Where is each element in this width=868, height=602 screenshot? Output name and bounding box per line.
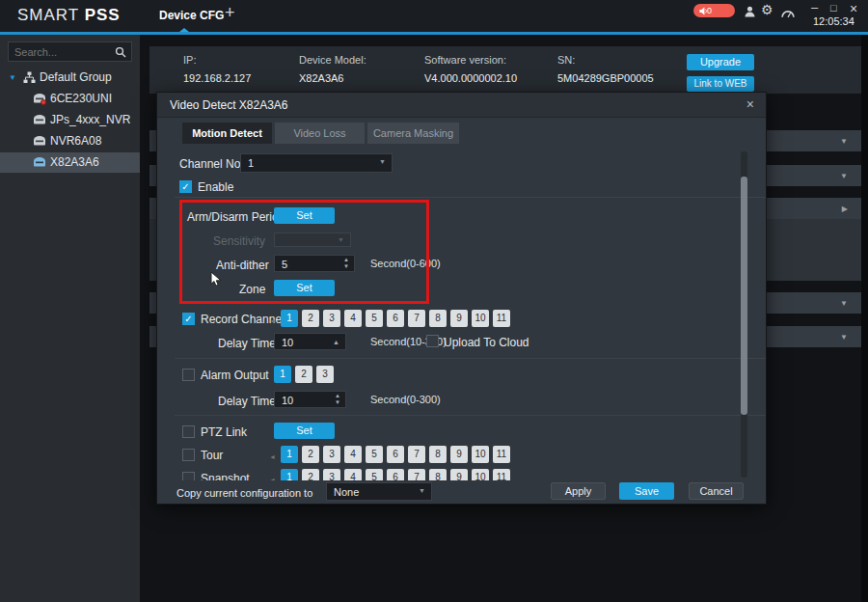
tree-device-nvr6a08[interactable]: NVR6A08 bbox=[0, 131, 140, 151]
device-label[interactable]: 6CE230UNI bbox=[50, 92, 112, 105]
ip-value: 192.168.2.127 bbox=[183, 72, 251, 84]
channel-button-6[interactable]: 6 bbox=[387, 469, 404, 480]
spinner-down-icon[interactable]: ▼ bbox=[335, 399, 340, 406]
channel-button-2[interactable]: 2 bbox=[302, 446, 319, 463]
dialog-scrollbar-thumb[interactable] bbox=[741, 177, 747, 415]
alarm-output-checkbox[interactable] bbox=[182, 369, 195, 381]
mouse-cursor bbox=[210, 271, 222, 291]
apply-button[interactable]: Apply bbox=[551, 482, 606, 500]
channel-button-3[interactable]: 3 bbox=[323, 469, 340, 480]
device-label[interactable]: X82A3A6 bbox=[50, 155, 99, 169]
channel-button-4[interactable]: 4 bbox=[344, 469, 362, 480]
search-icon[interactable] bbox=[115, 46, 126, 58]
device-label[interactable]: NVR6A08 bbox=[50, 134, 101, 148]
alert-badge bbox=[41, 99, 46, 105]
chevron-down-icon: ▼ bbox=[840, 333, 848, 342]
window-close-button[interactable]: × bbox=[850, 1, 857, 16]
channel-button-7[interactable]: 7 bbox=[408, 469, 425, 480]
channel-button-3[interactable]: 3 bbox=[323, 310, 340, 327]
maximize-button[interactable]: □ bbox=[830, 2, 837, 14]
channel-button-6[interactable]: 6 bbox=[387, 446, 404, 463]
channel-button-4[interactable]: 4 bbox=[344, 310, 362, 327]
spinner-up-icon[interactable]: ▲ bbox=[335, 393, 340, 399]
chevron-down-icon[interactable]: ▼ bbox=[9, 73, 16, 82]
record-delay-stepper[interactable]: 10 ▲ bbox=[274, 333, 346, 350]
scroll-left-icon[interactable]: ◄ bbox=[269, 477, 276, 480]
channel-button-5[interactable]: 5 bbox=[366, 310, 383, 327]
search-input[interactable] bbox=[14, 43, 111, 60]
channel-button-1[interactable]: 1 bbox=[281, 310, 298, 327]
snapshot-checkbox[interactable] bbox=[182, 472, 195, 480]
tree-group-default[interactable]: ▼ Default Group bbox=[0, 68, 140, 88]
minimize-button[interactable]: – bbox=[811, 0, 818, 14]
upgrade-button[interactable]: Upgrade bbox=[687, 54, 754, 70]
link-to-web-button[interactable]: Link to WEB bbox=[687, 76, 754, 92]
chevron-down-icon: ▼ bbox=[419, 487, 425, 494]
alarm-delay-stepper[interactable]: 10 ▲▼ bbox=[274, 391, 346, 408]
record-channel-checkbox[interactable]: ✓ bbox=[182, 313, 195, 325]
chevron-down-icon: ▼ bbox=[840, 299, 848, 308]
alarm-delay-value: 10 bbox=[282, 395, 293, 406]
cancel-button[interactable]: Cancel bbox=[689, 482, 744, 500]
channel-button-8[interactable]: 8 bbox=[429, 310, 447, 327]
alarm-output-buttons: 123 bbox=[274, 366, 334, 383]
search-box[interactable] bbox=[8, 41, 132, 62]
channel-button-7[interactable]: 7 bbox=[408, 310, 425, 327]
channel-button-1[interactable]: 1 bbox=[281, 469, 298, 480]
device-label[interactable]: JPs_4xxx_NVR bbox=[50, 113, 130, 126]
channel-button-3[interactable]: 3 bbox=[316, 366, 334, 383]
ptz-link-checkbox[interactable] bbox=[182, 425, 195, 438]
channel-button-11[interactable]: 11 bbox=[493, 469, 510, 480]
tab-video-loss[interactable]: Video Loss bbox=[275, 123, 365, 144]
channel-button-10[interactable]: 10 bbox=[472, 446, 489, 463]
tour-checkbox[interactable] bbox=[182, 449, 195, 461]
channel-button-10[interactable]: 10 bbox=[472, 310, 489, 327]
enable-checkbox[interactable]: ✓ bbox=[179, 180, 192, 193]
channel-button-9[interactable]: 9 bbox=[450, 310, 468, 327]
channel-button-7[interactable]: 7 bbox=[408, 446, 425, 463]
gear-icon[interactable]: ⚙ bbox=[761, 2, 773, 17]
group-label[interactable]: Default Group bbox=[40, 70, 112, 84]
channel-button-2[interactable]: 2 bbox=[302, 469, 319, 480]
channel-button-3[interactable]: 3 bbox=[323, 446, 340, 463]
copy-config-select[interactable]: None ▼ bbox=[326, 482, 432, 501]
dialog-close-button[interactable]: × bbox=[746, 96, 754, 112]
channel-button-2[interactable]: 2 bbox=[302, 310, 319, 327]
model-label: Device Model: bbox=[299, 54, 366, 66]
chevron-down-icon: ▼ bbox=[840, 172, 848, 180]
tab-motion-detect[interactable]: Motion Detect bbox=[182, 123, 272, 144]
tab-device-cfg[interactable]: Device CFG bbox=[159, 9, 224, 22]
tree-device-x82a3a6-selected[interactable]: X82A3A6 bbox=[0, 152, 140, 173]
tree-device-jps-4xxx-nvr[interactable]: JPs_4xxx_NVR bbox=[0, 110, 140, 130]
channel-button-1[interactable]: 1 bbox=[281, 446, 298, 463]
channel-button-4[interactable]: 4 bbox=[344, 446, 362, 463]
ptz-set-button[interactable]: Set bbox=[274, 423, 335, 439]
ptz-link-label: PTZ Link bbox=[201, 425, 247, 439]
channel-button-8[interactable]: 8 bbox=[429, 469, 447, 480]
scroll-left-icon[interactable]: ◄ bbox=[269, 317, 276, 324]
channel-button-9[interactable]: 9 bbox=[450, 469, 468, 480]
channel-button-2[interactable]: 2 bbox=[295, 366, 312, 383]
user-icon[interactable] bbox=[745, 4, 755, 21]
spinner-up-icon[interactable]: ▲ bbox=[333, 339, 339, 345]
channel-button-9[interactable]: 9 bbox=[450, 446, 468, 463]
upload-to-cloud-checkbox[interactable] bbox=[426, 335, 439, 347]
network-gauge-icon[interactable] bbox=[781, 5, 795, 22]
channel-button-6[interactable]: 6 bbox=[387, 310, 404, 327]
channel-button-10[interactable]: 10 bbox=[472, 469, 489, 480]
channel-button-5[interactable]: 5 bbox=[366, 446, 383, 463]
channel-button-8[interactable]: 8 bbox=[429, 446, 447, 463]
alarm-counter-badge[interactable]: 0 bbox=[693, 4, 735, 17]
channel-button-11[interactable]: 11 bbox=[493, 446, 510, 463]
new-tab-button[interactable]: + bbox=[225, 3, 235, 23]
save-button[interactable]: Save bbox=[619, 482, 674, 500]
channel-select[interactable]: 1 ▼ bbox=[240, 153, 393, 173]
scroll-left-icon[interactable]: ◄ bbox=[269, 453, 276, 460]
speaker-icon bbox=[699, 7, 708, 15]
tab-camera-masking[interactable]: Camera Masking bbox=[367, 123, 459, 144]
channel-button-11[interactable]: 11 bbox=[493, 310, 510, 327]
titlebar: SMART PSS Device CFG + 0 ⚙ – □ × 12:05:3… bbox=[0, 0, 868, 32]
tree-device-6ce230uni[interactable]: 6CE230UNI bbox=[0, 89, 140, 109]
channel-button-1[interactable]: 1 bbox=[274, 366, 291, 383]
channel-button-5[interactable]: 5 bbox=[366, 469, 383, 480]
